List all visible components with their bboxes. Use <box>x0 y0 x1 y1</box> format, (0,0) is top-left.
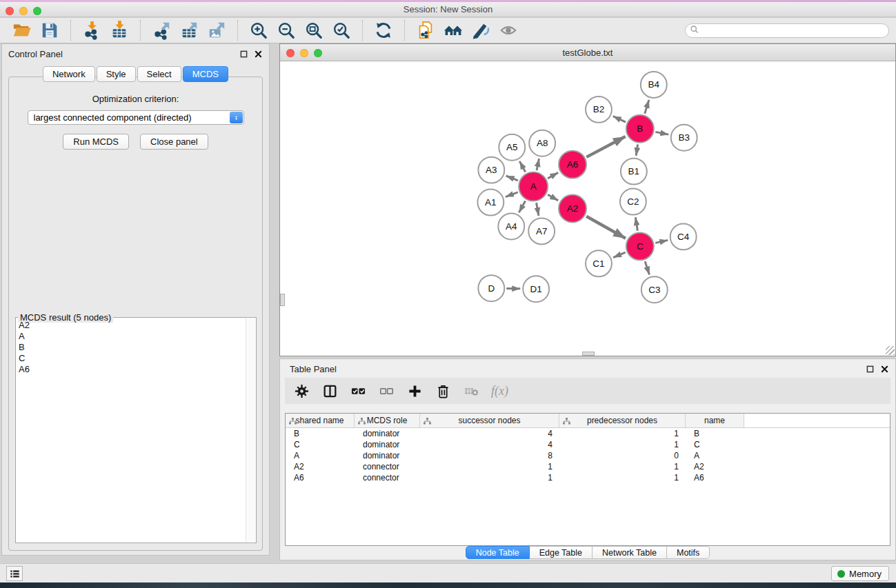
tab-node-table[interactable]: Node Table <box>466 546 530 559</box>
zoom-selected-icon[interactable] <box>331 20 352 41</box>
graph-node-A7[interactable]: A7 <box>528 218 555 244</box>
table-panel: Table Panel f(x) shared nameMCDS rolesuc… <box>279 358 896 560</box>
save-icon[interactable] <box>39 20 60 41</box>
table-cell: 1 <box>559 461 686 472</box>
select-all-checkboxes-icon[interactable] <box>350 383 366 399</box>
memory-status-dot <box>837 570 845 578</box>
column-header-name[interactable]: name <box>686 414 744 427</box>
gear-icon[interactable] <box>293 383 310 399</box>
resize-grip[interactable] <box>886 346 895 355</box>
svg-text:C1: C1 <box>593 258 604 269</box>
graph-node-A6[interactable]: A6 <box>559 151 586 179</box>
tab-style[interactable]: Style <box>97 66 136 82</box>
dropdown-stepper-icon[interactable] <box>230 112 243 123</box>
tab-network-table[interactable]: Network Table <box>593 546 667 559</box>
column-header-MCDS-role[interactable]: MCDS role <box>355 414 420 427</box>
close-table-panel-icon[interactable] <box>879 364 889 374</box>
split-columns-icon[interactable] <box>321 383 338 399</box>
delete-table-icon[interactable] <box>463 383 479 399</box>
svg-text:C3: C3 <box>648 285 660 295</box>
table-cell: 0 <box>559 450 686 461</box>
result-scrollbar[interactable] <box>246 318 255 542</box>
graph-node-A2[interactable]: A2 <box>559 195 586 223</box>
import-network-icon[interactable] <box>81 20 102 41</box>
graph-node-C2[interactable]: C2 <box>620 189 646 215</box>
tab-select[interactable]: Select <box>137 66 181 82</box>
tab-motifs[interactable]: Motifs <box>667 546 710 559</box>
mcds-result-item[interactable]: A6 <box>19 364 244 375</box>
task-history-button[interactable] <box>6 566 23 581</box>
graph-node-A4[interactable]: A4 <box>498 213 524 239</box>
graph-edge-C-C1 <box>613 252 626 257</box>
houses-icon[interactable] <box>443 20 464 41</box>
zoom-fit-icon[interactable] <box>303 20 324 41</box>
memory-label: Memory <box>849 569 882 579</box>
column-header-shared-name[interactable]: shared name <box>286 414 355 427</box>
mcds-result-item[interactable]: A2 <box>19 320 244 331</box>
mcds-result-item[interactable]: C <box>19 353 244 364</box>
bottom-splitter-handle[interactable] <box>582 352 595 356</box>
float-table-panel-icon[interactable] <box>865 364 875 374</box>
zoom-in-icon[interactable] <box>248 20 269 41</box>
network-window-titlebar[interactable]: testGlobe.txt <box>280 44 895 61</box>
graph-node-D1[interactable]: D1 <box>523 276 549 302</box>
graph-node-D[interactable]: D <box>478 275 504 301</box>
duplicate-network-icon[interactable] <box>415 20 436 41</box>
table-cell: 1 <box>559 439 686 450</box>
graph-node-B[interactable]: B <box>626 115 654 143</box>
tab-edge-table[interactable]: Edge Table <box>530 546 593 559</box>
graph-node-B3[interactable]: B3 <box>671 125 697 151</box>
svg-text:B1: B1 <box>628 166 639 176</box>
table-cell: A2 <box>686 461 744 472</box>
add-icon[interactable] <box>406 383 423 399</box>
table-row[interactable]: A2connector11A2 <box>286 461 890 472</box>
search-field[interactable] <box>685 23 889 38</box>
table-row[interactable]: Adominator80A <box>286 450 890 461</box>
column-header-successor-nodes[interactable]: successor nodes <box>420 414 559 427</box>
float-panel-icon[interactable] <box>239 49 248 59</box>
column-header-predecessor-nodes[interactable]: predecessor nodes <box>559 414 686 427</box>
zoom-out-icon[interactable] <box>276 20 297 41</box>
export-table-icon[interactable] <box>179 20 199 41</box>
export-network-icon[interactable] <box>151 20 172 41</box>
mcds-result-item[interactable]: B <box>19 342 244 353</box>
network-canvas[interactable]: AA1A2A3A4A5A6A7A8BB1B2B3B4CC1C2C3C4DD1 <box>280 62 895 356</box>
graph-node-B1[interactable]: B1 <box>621 159 647 185</box>
close-panel-button[interactable]: Close panel <box>140 134 208 150</box>
tab-mcds[interactable]: MCDS <box>183 66 228 82</box>
import-table-icon[interactable] <box>109 20 130 41</box>
table-cell: connector <box>355 461 420 472</box>
tab-network[interactable]: Network <box>43 66 95 82</box>
table-row[interactable]: Bdominator41B <box>286 428 890 439</box>
graph-node-A3[interactable]: A3 <box>478 157 504 183</box>
deselect-checkboxes-icon[interactable] <box>378 383 395 399</box>
graph-node-C1[interactable]: C1 <box>586 250 612 276</box>
search-input[interactable] <box>702 26 884 36</box>
graph-node-A8[interactable]: A8 <box>529 130 555 156</box>
graph-node-B2[interactable]: B2 <box>586 97 612 123</box>
eye-icon[interactable] <box>498 20 519 41</box>
open-folder-icon[interactable] <box>12 20 32 41</box>
graph-edge-B-B1 <box>636 145 637 156</box>
graph-node-C3[interactable]: C3 <box>641 276 668 303</box>
style-eye-icon[interactable] <box>470 20 491 41</box>
graph-node-B4[interactable]: B4 <box>641 72 667 98</box>
svg-text:B2: B2 <box>593 104 604 114</box>
export-image-icon[interactable] <box>206 20 227 41</box>
left-splitter-handle[interactable] <box>280 294 285 306</box>
graph-node-A5[interactable]: A5 <box>499 134 525 161</box>
graph-node-A1[interactable]: A1 <box>477 190 504 216</box>
table-row[interactable]: A6connector11A6 <box>286 472 890 483</box>
run-mcds-button[interactable]: Run MCDS <box>63 134 129 150</box>
trash-icon[interactable] <box>435 383 451 399</box>
optimization-criterion-dropdown[interactable]: largest connected component (directed) <box>28 110 244 125</box>
toolbar-separator <box>237 20 238 41</box>
table-row[interactable]: Cdominator41C <box>286 439 890 450</box>
graph-node-A[interactable]: A <box>519 172 548 201</box>
graph-node-C4[interactable]: C4 <box>670 223 697 250</box>
mcds-result-item[interactable]: A <box>19 331 244 342</box>
close-panel-icon[interactable] <box>253 49 263 59</box>
refresh-icon[interactable] <box>373 20 394 41</box>
memory-button[interactable]: Memory <box>831 566 889 581</box>
graph-node-C[interactable]: C <box>626 232 654 260</box>
